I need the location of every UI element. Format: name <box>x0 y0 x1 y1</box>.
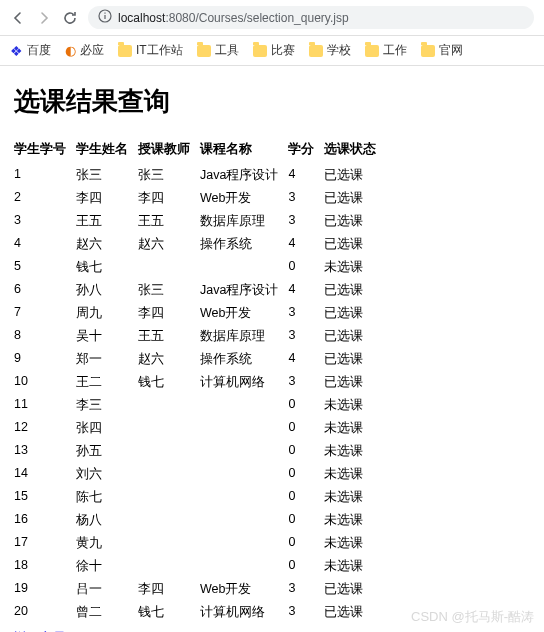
cell-status: 已选课 <box>324 348 386 371</box>
cell-teacher: 赵六 <box>138 233 200 256</box>
cell-teacher <box>138 486 200 509</box>
results-table: 学生学号 学生姓名 授课教师 课程名称 学分 选课状态 1张三张三Java程序设… <box>14 137 386 624</box>
cell-course: Web开发 <box>200 187 288 210</box>
cell-id: 12 <box>14 417 76 440</box>
table-row: 13孙五0未选课 <box>14 440 386 463</box>
cell-name: 孙五 <box>76 440 138 463</box>
cell-course <box>200 509 288 532</box>
cell-id: 13 <box>14 440 76 463</box>
table-row: 18徐十0未选课 <box>14 555 386 578</box>
cell-id: 1 <box>14 164 76 187</box>
bookmark-item[interactable]: IT工作站 <box>118 42 183 59</box>
cell-name: 王五 <box>76 210 138 233</box>
cell-id: 4 <box>14 233 76 256</box>
bookmark-label: IT工作站 <box>136 42 183 59</box>
cell-teacher <box>138 256 200 279</box>
bookmark-label: 工作 <box>383 42 407 59</box>
table-row: 16杨八0未选课 <box>14 509 386 532</box>
table-row: 19吕一李四Web开发3已选课 <box>14 578 386 601</box>
cell-credit: 0 <box>288 486 324 509</box>
cell-name: 钱七 <box>76 256 138 279</box>
cell-teacher <box>138 440 200 463</box>
table-row: 3王五王五数据库原理3已选课 <box>14 210 386 233</box>
cell-name: 杨八 <box>76 509 138 532</box>
cell-status: 未选课 <box>324 440 386 463</box>
th-course: 课程名称 <box>200 137 288 164</box>
cell-id: 14 <box>14 463 76 486</box>
cell-name: 郑一 <box>76 348 138 371</box>
bookmark-label: 百度 <box>27 42 51 59</box>
svg-rect-2 <box>104 13 105 14</box>
reload-icon[interactable] <box>62 10 78 26</box>
cell-status: 已选课 <box>324 279 386 302</box>
cell-status: 未选课 <box>324 417 386 440</box>
back-icon[interactable] <box>10 10 26 26</box>
forward-icon[interactable] <box>36 10 52 26</box>
cell-id: 20 <box>14 601 76 624</box>
cell-name: 孙八 <box>76 279 138 302</box>
cell-status: 已选课 <box>324 210 386 233</box>
url-bar[interactable]: localhost:8080/Courses/selection_query.j… <box>88 6 534 29</box>
cell-status: 已选课 <box>324 601 386 624</box>
cell-credit: 3 <box>288 371 324 394</box>
bookmark-item[interactable]: 工具 <box>197 42 239 59</box>
table-row: 2李四李四Web开发3已选课 <box>14 187 386 210</box>
bookmark-label: 工具 <box>215 42 239 59</box>
cell-teacher <box>138 555 200 578</box>
cell-name: 赵六 <box>76 233 138 256</box>
cell-status: 未选课 <box>324 256 386 279</box>
cell-course <box>200 394 288 417</box>
cell-course: Java程序设计 <box>200 164 288 187</box>
cell-name: 黄九 <box>76 532 138 555</box>
cell-name: 徐十 <box>76 555 138 578</box>
table-row: 7周九李四Web开发3已选课 <box>14 302 386 325</box>
table-row: 10王二钱七计算机网络3已选课 <box>14 371 386 394</box>
cell-id: 11 <box>14 394 76 417</box>
cell-credit: 0 <box>288 440 324 463</box>
bookmark-item[interactable]: 工作 <box>365 42 407 59</box>
cell-status: 已选课 <box>324 325 386 348</box>
cell-id: 6 <box>14 279 76 302</box>
cell-credit: 3 <box>288 325 324 348</box>
svg-rect-1 <box>104 15 105 19</box>
folder-icon <box>365 45 379 57</box>
cell-credit: 0 <box>288 555 324 578</box>
cell-name: 李四 <box>76 187 138 210</box>
table-row: 11李三0未选课 <box>14 394 386 417</box>
cell-id: 7 <box>14 302 76 325</box>
bookmark-item[interactable]: 官网 <box>421 42 463 59</box>
cell-name: 王二 <box>76 371 138 394</box>
url-text: localhost:8080/Courses/selection_query.j… <box>118 11 349 25</box>
table-row: 9郑一赵六操作系统4已选课 <box>14 348 386 371</box>
bing-icon: ◐ <box>65 43 76 58</box>
cell-name: 曾二 <box>76 601 138 624</box>
table-row: 8吴十王五数据库原理3已选课 <box>14 325 386 348</box>
cell-course: 操作系统 <box>200 348 288 371</box>
cell-credit: 3 <box>288 578 324 601</box>
cell-credit: 0 <box>288 463 324 486</box>
cell-teacher: 张三 <box>138 279 200 302</box>
table-row: 15陈七0未选课 <box>14 486 386 509</box>
bookmark-item[interactable]: ❖百度 <box>10 42 51 59</box>
baidu-icon: ❖ <box>10 43 23 59</box>
cell-credit: 4 <box>288 233 324 256</box>
cell-id: 18 <box>14 555 76 578</box>
bookmark-item[interactable]: 比赛 <box>253 42 295 59</box>
bookmark-label: 比赛 <box>271 42 295 59</box>
folder-icon <box>421 45 435 57</box>
cell-id: 5 <box>14 256 76 279</box>
bookmark-item[interactable]: 学校 <box>309 42 351 59</box>
bookmark-item[interactable]: ◐必应 <box>65 42 104 59</box>
table-row: 12张四0未选课 <box>14 417 386 440</box>
cell-course: Web开发 <box>200 578 288 601</box>
bookmark-label: 官网 <box>439 42 463 59</box>
cell-credit: 0 <box>288 256 324 279</box>
cell-teacher: 张三 <box>138 164 200 187</box>
cell-credit: 3 <box>288 601 324 624</box>
cell-status: 已选课 <box>324 371 386 394</box>
cell-credit: 4 <box>288 348 324 371</box>
cell-credit: 4 <box>288 279 324 302</box>
cell-teacher: 钱七 <box>138 601 200 624</box>
info-icon <box>98 9 112 26</box>
cell-course <box>200 417 288 440</box>
